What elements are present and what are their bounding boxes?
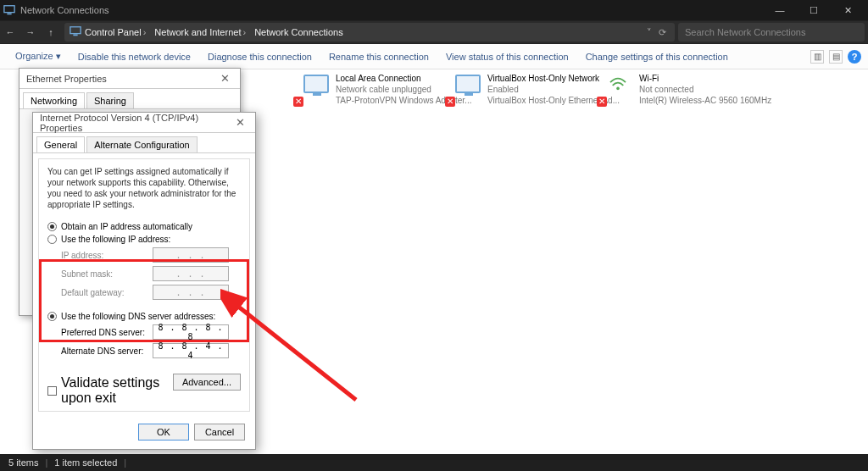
close-button[interactable]: ✕ <box>831 5 865 16</box>
wifi-icon: ✕ <box>605 73 634 102</box>
content-area: ✕ Local Area Connection Network cable un… <box>0 69 868 454</box>
refresh-icon[interactable]: ⟳ <box>655 27 670 38</box>
error-x-icon: ✕ <box>293 97 303 107</box>
disable-device-button[interactable]: Disable this network device <box>70 44 199 69</box>
radio-use-ip[interactable]: Use the following IP address: <box>47 233 241 246</box>
svg-rect-0 <box>4 6 14 13</box>
close-icon[interactable]: ✕ <box>217 72 233 85</box>
radio-icon <box>47 235 57 244</box>
gateway-label: Default gateway: <box>61 288 146 297</box>
close-icon[interactable]: ✕ <box>232 116 248 129</box>
status-item-count: 5 items <box>8 457 38 468</box>
dialog-title: Internet Protocol Version 4 (TCP/IPv4) P… <box>40 113 232 133</box>
error-x-icon: ✕ <box>597 97 607 107</box>
app-icon <box>3 4 15 16</box>
view-status-button[interactable]: View status of this connection <box>437 44 577 69</box>
subnet-mask-input: . . . <box>153 266 229 281</box>
view-options-icon[interactable]: ▥ <box>810 50 824 64</box>
radio-obtain-ip-auto[interactable]: Obtain an IP address automatically <box>47 220 241 233</box>
preferred-dns-label: Preferred DNS server: <box>61 328 146 337</box>
checkbox-icon <box>47 386 57 396</box>
monitor-icon <box>70 25 81 39</box>
svg-rect-1 <box>7 14 11 15</box>
up-button[interactable]: ↑ <box>41 22 61 42</box>
adapter-list: ✕ Local Area Connection Network cable un… <box>302 73 861 106</box>
breadcrumb-item[interactable]: Network and Internet <box>151 27 251 37</box>
dialog-titlebar: Internet Protocol Version 4 (TCP/IPv4) P… <box>33 113 255 133</box>
radio-icon <box>47 312 57 321</box>
diagnose-button[interactable]: Diagnose this connection <box>199 44 320 69</box>
ok-button[interactable]: OK <box>138 424 189 441</box>
tab-strip: General Alternate Configuration <box>33 133 255 153</box>
svg-rect-3 <box>73 35 77 36</box>
radio-use-dns[interactable]: Use the following DNS server addresses: <box>47 310 241 323</box>
breadcrumb[interactable]: Control Panel Network and Internet Netwo… <box>64 23 675 42</box>
tab-sharing[interactable]: Sharing <box>86 92 134 108</box>
gateway-input: . . . <box>153 285 229 300</box>
adapter-item[interactable]: ✕ VirtualBox Host-Only Network Enabled V… <box>453 73 593 106</box>
status-bar: 5 items | 1 item selected | <box>0 454 868 471</box>
breadcrumb-item[interactable]: Control Panel <box>81 27 151 37</box>
preferred-dns-input[interactable]: 8 . 8 . 8 . 8 <box>153 324 229 340</box>
description-text: You can get IP settings assigned automat… <box>39 159 249 217</box>
subnet-mask-label: Subnet mask: <box>61 269 146 279</box>
window-titlebar: Network Connections — ☐ ✕ <box>0 0 868 20</box>
ip-address-label: IP address: <box>61 251 146 260</box>
organize-menu[interactable]: Organize ▾ <box>7 44 70 69</box>
forward-button[interactable]: → <box>20 22 41 42</box>
adapter-item[interactable]: ✕ Wi-Fi Not connected Intel(R) Wireless-… <box>605 73 745 106</box>
rename-button[interactable]: Rename this connection <box>320 44 437 69</box>
svg-rect-2 <box>70 27 81 34</box>
tab-networking[interactable]: Networking <box>23 92 85 108</box>
ethernet-icon: ✕ <box>453 73 482 102</box>
svg-point-4 <box>616 87 620 91</box>
dialog-title: Ethernet Properties <box>26 74 107 84</box>
change-settings-button[interactable]: Change settings of this connection <box>577 44 737 69</box>
breadcrumb-item[interactable]: Network Connections <box>251 27 347 37</box>
ethernet-icon: ✕ <box>302 73 331 102</box>
help-icon[interactable]: ? <box>848 50 861 64</box>
tab-alternate[interactable]: Alternate Configuration <box>86 136 198 152</box>
search-input[interactable]: Search Network Connections <box>678 23 865 42</box>
status-selected-count: 1 item selected <box>54 457 117 468</box>
back-button[interactable]: ← <box>0 22 20 42</box>
ipv4-properties-dialog: Internet Protocol Version 4 (TCP/IPv4) P… <box>32 112 256 450</box>
command-toolbar: Organize ▾ Disable this network device D… <box>0 44 868 69</box>
error-x-icon: ✕ <box>445 97 455 107</box>
cancel-button[interactable]: Cancel <box>194 424 245 441</box>
alternate-dns-input[interactable]: 8 . 8 . 4 . 4 <box>153 343 229 358</box>
radio-icon <box>47 222 57 231</box>
alternate-dns-label: Alternate DNS server: <box>61 346 146 356</box>
advanced-button[interactable]: Advanced... <box>173 374 241 391</box>
preview-pane-icon[interactable]: ▤ <box>829 50 843 64</box>
dialog-titlebar: Ethernet Properties ✕ <box>19 69 240 89</box>
minimize-button[interactable]: — <box>763 5 797 15</box>
dropdown-icon[interactable]: ˅ <box>643 27 655 38</box>
validate-settings-checkbox[interactable]: Validate settings upon exit <box>47 374 173 407</box>
maximize-button[interactable]: ☐ <box>797 5 831 16</box>
address-bar: ← → ↑ Control Panel Network and Internet… <box>0 20 868 44</box>
adapter-item[interactable]: ✕ Local Area Connection Network cable un… <box>302 73 442 106</box>
ip-address-input: . . . <box>153 247 229 263</box>
window-title: Network Connections <box>20 5 109 15</box>
tab-strip: Networking Sharing <box>19 89 240 109</box>
tab-general[interactable]: General <box>36 136 85 152</box>
